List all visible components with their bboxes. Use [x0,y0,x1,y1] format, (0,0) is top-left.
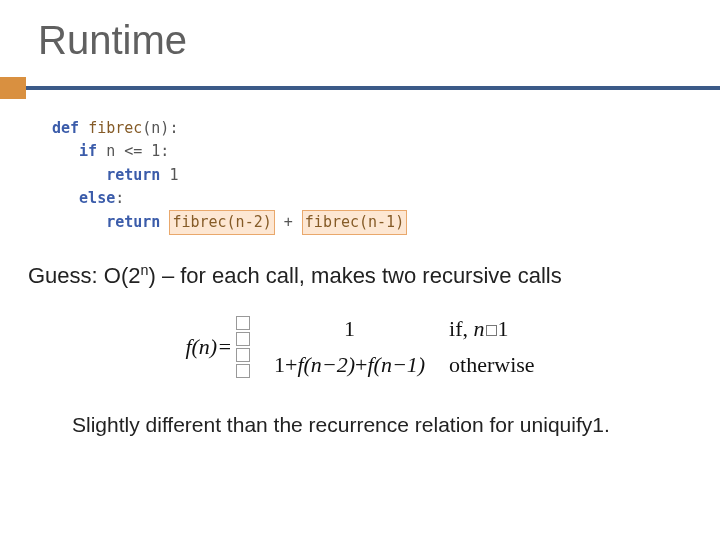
formula-left: f(n)= [185,315,250,379]
footnote: Slightly different than the recurrence r… [0,379,720,437]
guess-text: Guess: O(2n) – for each call, makes two … [0,235,720,291]
accent-block [0,77,26,99]
code-line-else: else: [52,187,720,210]
kw-def: def [52,119,79,137]
divider-line [26,86,720,90]
code-block: def fibrec(n): if n <= 1: return 1 else:… [0,99,720,235]
param: (n): [142,119,178,137]
guess-prefix: Guess: O(2 [28,264,140,289]
fn-eq: f(n)= [185,334,232,360]
case2-value: 1+f(n−2)+f(n−1) [274,352,425,378]
case2-cond: otherwise [449,352,535,378]
fn-name: fibrec [88,119,142,137]
slide-title: Runtime [0,0,720,63]
case1-value: 1 [274,316,425,342]
call-1: fibrec(n-2) [169,210,274,235]
kw-return2: return [106,213,160,231]
title-rule [0,77,720,99]
colon: : [115,189,124,207]
formula-cases: 1 1+f(n−2)+f(n−1) [274,316,425,378]
formula-conditions: if, n1 otherwise [449,316,535,378]
plus: + [275,213,302,231]
code-line-def: def fibrec(n): [52,117,720,140]
slide: Runtime def fibrec(n): if n <= 1: return… [0,0,720,540]
code-line-if: if n <= 1: [52,140,720,163]
kw-else: else [79,189,115,207]
guess-suffix: ) – for each call, makes two recursive c… [148,264,561,289]
call-2: fibrec(n-1) [302,210,407,235]
kw-return1: return [106,166,160,184]
cond: n <= 1: [97,142,169,160]
literal-1: 1 [169,166,178,184]
kw-if: if [79,142,97,160]
case1-cond: if, n1 [449,316,535,342]
box-glyph [486,325,497,336]
brace-glyphs [236,315,250,379]
code-line-ret2: return fibrec(n-2) + fibrec(n-1) [52,210,720,235]
recurrence-formula: f(n)= 1 1+f(n−2)+f(n−1) if, n1 otherwise [0,315,720,379]
code-line-ret1: return 1 [52,164,720,187]
